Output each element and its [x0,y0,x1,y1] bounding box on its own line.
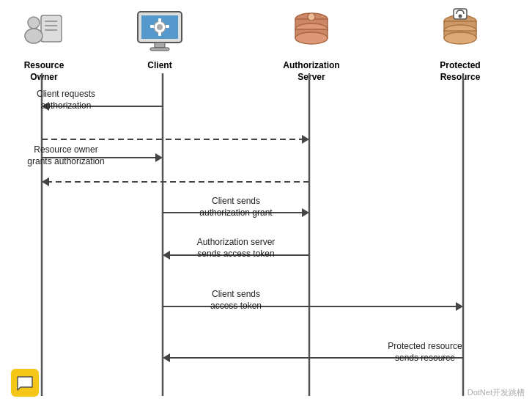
svg-text:grants authorization: grants authorization [27,156,104,166]
svg-text:Client sends: Client sends [212,289,260,299]
actor-client: Client [123,6,196,72]
watermark: DotNet开发跳槽 [468,387,525,398]
svg-marker-50 [163,251,170,260]
svg-rect-14 [150,25,154,28]
svg-text:sends resource: sends resource [395,353,455,363]
svg-marker-54 [456,302,463,311]
chat-icon [11,369,39,397]
svg-marker-58 [163,353,170,362]
svg-rect-12 [158,18,161,22]
svg-point-26 [444,32,476,44]
svg-marker-38 [302,135,309,144]
svg-point-21 [308,13,315,21]
svg-marker-46 [302,208,309,217]
svg-text:Client sends: Client sends [212,196,260,206]
client-icon [134,6,185,57]
svg-text:Protected resource: Protected resource [388,341,462,351]
svg-text:Resource owner: Resource owner [34,144,97,155]
svg-text:Authorization server: Authorization server [197,237,276,247]
svg-rect-11 [150,48,169,51]
resource-owner-icon [18,6,70,57]
svg-text:authorization grant: authorization grant [199,207,273,218]
svg-rect-10 [155,43,165,48]
actor-auth-server: AuthorizationServer [271,6,352,83]
svg-rect-13 [158,32,161,36]
client-label: Client [147,60,171,72]
actor-protected-resource: ProtectedResource [416,6,504,83]
svg-point-4 [28,17,40,29]
auth-server-icon [286,6,337,57]
svg-marker-40 [155,153,163,162]
lifelines-svg: Client requests authorization Resource o… [0,73,532,404]
svg-point-9 [157,24,163,30]
watermark-text: DotNet开发跳槽 [468,387,525,398]
svg-text:authorization: authorization [41,100,92,111]
svg-text:Client requests: Client requests [37,89,95,99]
svg-point-28 [459,14,462,18]
actor-resource-owner: Resource Owner [7,6,81,83]
svg-point-5 [25,29,43,43]
svg-rect-0 [41,15,62,42]
svg-text:sends access token: sends access token [197,249,274,259]
svg-rect-15 [166,25,169,28]
svg-marker-44 [42,177,49,186]
protected-resource-icon [435,6,486,57]
diagram-container: Resource Owner Client [0,0,532,404]
svg-text:access token: access token [210,301,262,311]
svg-point-20 [295,32,328,44]
